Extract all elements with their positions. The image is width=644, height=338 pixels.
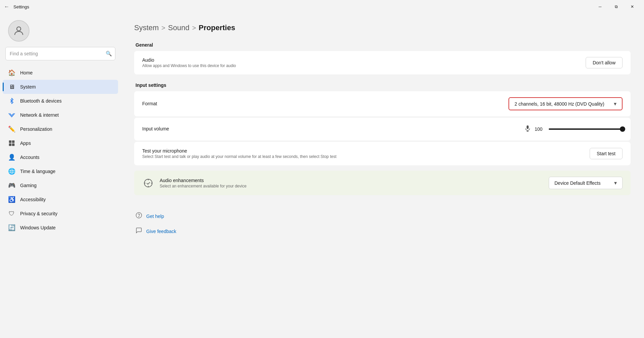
breadcrumb-current: Properties (199, 23, 235, 32)
sidebar-item-label: Apps (20, 140, 31, 146)
volume-slider-fill (549, 128, 623, 130)
enhancements-action: Device Default Effects ▾ (549, 177, 623, 189)
enhancements-info: Audio enhancements Select an enhancement… (160, 178, 542, 188)
close-button[interactable]: ✕ (625, 1, 640, 12)
gap-3 (134, 196, 631, 203)
give-feedback-link[interactable]: Give feedback (134, 225, 631, 237)
breadcrumb: System > Sound > Properties (134, 23, 631, 32)
enhancements-title: Audio enhancements (160, 178, 542, 183)
sidebar-item-personalization[interactable]: ✏️ Personalization (3, 122, 118, 136)
audio-card-row: Audio Allow apps and Windows to use this… (134, 51, 631, 74)
sidebar-item-update[interactable]: 🔄 Windows Update (3, 221, 118, 235)
microphone-icon (525, 125, 531, 134)
sidebar-item-label: Time & language (20, 169, 55, 174)
search-input[interactable] (5, 47, 115, 60)
enhancements-desc: Select an enhancement available for your… (160, 184, 542, 188)
breadcrumb-system[interactable]: System (134, 23, 159, 32)
sidebar-item-time[interactable]: 🌐 Time & language (3, 164, 118, 178)
svg-point-10 (139, 217, 139, 217)
svg-rect-3 (9, 144, 12, 146)
volume-card-info: Input volume (142, 126, 518, 132)
sidebar-item-home[interactable]: 🏠 Home (3, 66, 118, 80)
window: 🔍 🏠 Home 🖥 System Bluetooth & devices (0, 13, 644, 338)
titlebar-left: ← Settings (4, 4, 29, 10)
sidebar-item-accounts[interactable]: 👤 Accounts (3, 150, 118, 164)
sidebar-item-network[interactable]: Network & internet (3, 108, 118, 122)
sidebar-item-label: Accounts (20, 155, 40, 160)
format-card-info: Format (142, 101, 502, 107)
volume-value: 100 (535, 126, 545, 132)
avatar-section (3, 13, 118, 47)
enhancements-dropdown[interactable]: Device Default Effects ▾ (549, 177, 623, 189)
maximize-button[interactable]: ⧉ (608, 1, 624, 12)
volume-card: Input volume 100 (134, 118, 631, 140)
enhancements-card-row: Audio enhancements Select an enhancement… (134, 171, 631, 195)
privacy-icon: 🛡 (8, 210, 15, 217)
input-settings-header: Input settings (134, 82, 631, 88)
audio-card-title: Audio (142, 57, 579, 63)
search-box: 🔍 (5, 47, 115, 60)
volume-slider-thumb[interactable] (620, 126, 625, 132)
network-icon (8, 111, 15, 119)
volume-slider[interactable] (549, 128, 623, 130)
test-mic-desc: Select Start test and talk or play audio… (142, 154, 583, 159)
general-section-header: General (134, 42, 631, 48)
dont-allow-button[interactable]: Don't allow (586, 57, 623, 68)
audio-card-action: Don't allow (586, 57, 623, 68)
format-card-row: Format 2 channels, 16 bit, 48000 Hz (DVD… (134, 91, 631, 116)
minimize-button[interactable]: ─ (592, 1, 608, 12)
enhancement-icon (142, 177, 154, 189)
volume-card-row: Input volume 100 (134, 118, 631, 140)
breadcrumb-sep-2: > (192, 24, 196, 32)
sidebar-item-accessibility[interactable]: ♿ Accessibility (3, 192, 118, 207)
test-mic-card-row: Test your microphone Select Start test a… (134, 142, 631, 165)
give-feedback-label: Give feedback (146, 229, 176, 234)
home-icon: 🏠 (8, 69, 15, 76)
svg-point-9 (136, 213, 142, 218)
svg-rect-1 (9, 140, 12, 143)
volume-label: Input volume (142, 126, 518, 131)
time-icon: 🌐 (8, 168, 15, 175)
avatar[interactable] (8, 20, 30, 42)
format-label: Format (142, 101, 502, 106)
breadcrumb-sep-1: > (161, 24, 165, 32)
format-dropdown-value: 2 channels, 16 bit, 48000 Hz (DVD Qualit… (515, 101, 604, 107)
sidebar-item-label: Privacy & security (20, 211, 57, 216)
sidebar-item-bluetooth[interactable]: Bluetooth & devices (3, 94, 118, 108)
nav-list: 🏠 Home 🖥 System Bluetooth & devices (3, 66, 118, 235)
enhancements-section: Audio enhancements Select an enhancement… (134, 171, 631, 195)
titlebar: ← Settings ─ ⧉ ✕ (0, 0, 644, 13)
audio-card-info: Audio Allow apps and Windows to use this… (142, 57, 579, 68)
get-help-label: Get help (146, 214, 164, 219)
sidebar-item-label: Network & internet (20, 112, 59, 118)
gap-1 (134, 76, 631, 82)
get-help-link[interactable]: Get help (134, 210, 631, 222)
breadcrumb-sound[interactable]: Sound (168, 23, 190, 32)
format-dropdown[interactable]: 2 channels, 16 bit, 48000 Hz (DVD Qualit… (508, 97, 623, 110)
volume-card-action: 100 (525, 125, 623, 134)
back-icon[interactable]: ← (4, 4, 9, 10)
titlebar-controls: ─ ⧉ ✕ (592, 1, 640, 12)
accounts-icon: 👤 (8, 154, 15, 161)
sidebar-item-apps[interactable]: Apps (3, 136, 118, 150)
give-feedback-icon (136, 227, 142, 235)
format-card-action: 2 channels, 16 bit, 48000 Hz (DVD Qualit… (508, 97, 623, 110)
sidebar-item-system[interactable]: 🖥 System (3, 80, 118, 94)
sidebar: 🔍 🏠 Home 🖥 System Bluetooth & devices (0, 13, 121, 338)
test-mic-card: Test your microphone Select Start test a… (134, 142, 631, 165)
enhancements-dropdown-value: Device Default Effects (554, 180, 600, 186)
bottom-links: Get help Give feedback (134, 210, 631, 237)
sidebar-item-label: Windows Update (20, 225, 56, 230)
start-test-button[interactable]: Start test (590, 148, 623, 159)
sidebar-item-privacy[interactable]: 🛡 Privacy & security (3, 207, 118, 221)
sidebar-item-label: Gaming (20, 183, 37, 188)
format-dropdown-arrow: ▾ (614, 101, 616, 107)
update-icon: 🔄 (8, 224, 15, 231)
sidebar-item-label: Home (20, 70, 33, 75)
svg-rect-2 (12, 140, 15, 143)
sidebar-item-gaming[interactable]: 🎮 Gaming (3, 178, 118, 192)
gap-2 (134, 167, 631, 171)
system-icon: 🖥 (8, 83, 15, 91)
gaming-icon: 🎮 (8, 182, 15, 189)
main-content: System > Sound > Properties General Audi… (121, 13, 644, 338)
